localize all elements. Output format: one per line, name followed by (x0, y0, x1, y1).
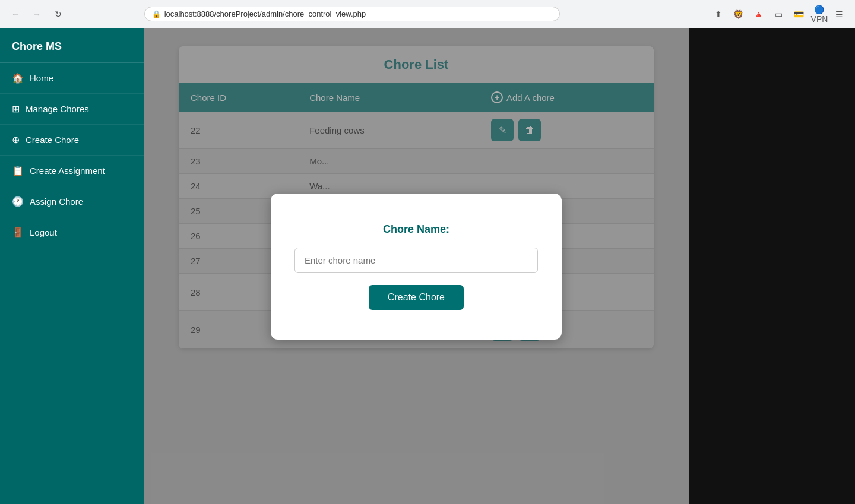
home-icon: 🏠 (12, 72, 24, 84)
sidebar-item-create-assignment[interactable]: 📋 Create Assignment (0, 156, 144, 186)
browser-chrome: ← → ↻ 🔒 localhost:8888/choreProject/admi… (0, 0, 855, 28)
lock-icon: 🔒 (152, 10, 161, 18)
menu-button[interactable]: ☰ (831, 6, 848, 23)
sidebar-item-create-chore[interactable]: ⊕ Create Chore (0, 125, 144, 156)
url-text: localhost:8888/choreProject/admin/chore_… (164, 9, 366, 18)
right-dark-panel (689, 28, 855, 504)
sidebar-item-home[interactable]: 🏠 Home (0, 63, 144, 94)
sidebar-nav: 🏠 Home ⊞ Manage Chores ⊕ Create Chore 📋 … (0, 63, 144, 504)
plus-circle-icon: ⊕ (12, 134, 20, 145)
create-chore-submit-button[interactable]: Create Chore (369, 285, 464, 310)
modal-overlay[interactable]: Chore Name: Create Chore (144, 28, 689, 504)
sidebar-label-home: Home (30, 73, 53, 83)
main-content: Chore List Chore ID Chore Name + Add A c… (144, 28, 689, 504)
sidebar-label-logout: Logout (30, 227, 57, 237)
sidebar-item-manage-chores[interactable]: ⊞ Manage Chores (0, 94, 144, 125)
create-chore-modal: Chore Name: Create Chore (271, 194, 562, 340)
wallet-icon[interactable]: 💳 (791, 6, 808, 23)
clipboard-icon: 📋 (12, 165, 24, 176)
app-container: Chore MS 🏠 Home ⊞ Manage Chores ⊕ Create… (0, 28, 855, 504)
share-button[interactable]: ⬆ (710, 6, 727, 23)
sidebar-item-assign-chore[interactable]: 🕐 Assign Chore (0, 186, 144, 217)
sidebar-toggle[interactable]: ▭ (771, 6, 787, 23)
grid-icon: ⊞ (12, 103, 20, 115)
brave-icon[interactable]: 🦁 (730, 6, 747, 23)
sidebar: Chore MS 🏠 Home ⊞ Manage Chores ⊕ Create… (0, 28, 144, 504)
modal-chore-name-label: Chore Name: (383, 223, 449, 236)
back-button[interactable]: ← (7, 6, 24, 23)
browser-right-icons: ⬆ 🦁 🔺 ▭ 💳 🔵 VPN ☰ (710, 6, 848, 23)
forward-button[interactable]: → (28, 6, 45, 23)
sidebar-label-create-assignment: Create Assignment (30, 166, 105, 176)
sidebar-label-manage-chores: Manage Chores (26, 104, 89, 114)
alert-icon[interactable]: 🔺 (750, 6, 767, 23)
sidebar-item-logout[interactable]: 🚪 Logout (0, 217, 144, 248)
clock-icon: 🕐 (12, 196, 24, 207)
sidebar-label-create-chore: Create Chore (26, 135, 79, 145)
logout-icon: 🚪 (12, 227, 24, 238)
sidebar-label-assign-chore: Assign Chore (30, 196, 83, 207)
chore-name-input[interactable] (294, 248, 538, 273)
reload-button[interactable]: ↻ (50, 6, 66, 23)
sidebar-brand: Chore MS (0, 28, 144, 63)
address-bar[interactable]: 🔒 localhost:8888/choreProject/admin/chor… (144, 7, 560, 21)
vpn-button[interactable]: 🔵 VPN (811, 6, 828, 23)
